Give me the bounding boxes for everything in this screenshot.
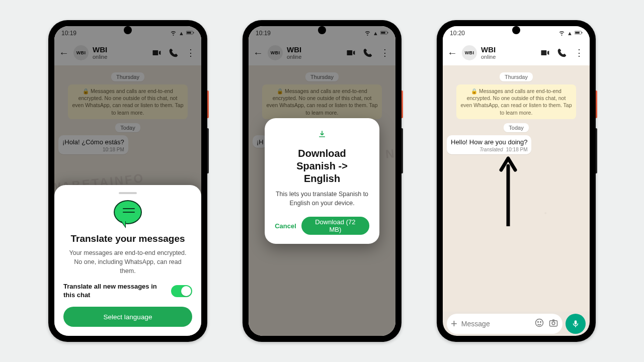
wifi-icon <box>364 30 371 37</box>
message-input-bar: + Message <box>443 312 590 336</box>
signal-icon: ▲ <box>179 30 184 36</box>
select-language-button[interactable]: Select language <box>63 307 192 327</box>
message-bubble[interactable]: ¡Hola! ¿Cómo estás? 10:18 PM <box>58 135 128 154</box>
date-chip-today: Today <box>504 123 528 132</box>
svg-rect-8 <box>582 32 582 33</box>
chat-app-bar: ← WBI WBI online ⋮ <box>249 40 395 65</box>
message-input[interactable]: + Message <box>447 314 562 334</box>
chat-app-bar: ← WBI WBI online ⋮ <box>443 40 590 65</box>
screen-1: 10:19 ▲ ← WBI WBI online <box>54 26 201 336</box>
toggle-switch[interactable] <box>171 285 192 297</box>
message-bubble-translated[interactable]: Hello! How are you doing? Translated 10:… <box>447 135 531 154</box>
status-bar: 10:20 ▲ <box>443 26 590 40</box>
status-icons: ▲ <box>364 30 388 37</box>
svg-rect-5 <box>387 32 388 33</box>
camera-icon[interactable] <box>548 318 558 330</box>
mic-button[interactable] <box>566 314 586 334</box>
date-chip-today: Today <box>115 123 140 132</box>
chat-bubble-icon <box>114 200 142 228</box>
toggle-label: Translate all new messages in this chat <box>63 283 165 300</box>
message-time: 10:18 PM <box>103 147 124 152</box>
chat-title-block[interactable]: WBI online <box>93 46 146 60</box>
chat-title: WBI <box>287 46 340 54</box>
voice-call-icon[interactable] <box>167 46 180 59</box>
chat-status: online <box>287 54 340 60</box>
chat-body[interactable]: Thursday 🔒 Messages and calls are end-to… <box>443 65 590 312</box>
svg-rect-0 <box>186 31 193 34</box>
battery-icon <box>575 30 583 36</box>
message-time: 10:18 PM <box>506 147 528 152</box>
download-language-dialog: Download Spanish -> English This lets yo… <box>265 118 379 244</box>
phone-mock-3: 10:20 ▲ ← WBI WBI online ⋮ Thursday 🔒 Me… <box>437 20 596 342</box>
voice-call-icon[interactable] <box>555 46 569 59</box>
sheet-title: Translate your messages <box>63 233 192 244</box>
status-bar: 10:19 ▲ <box>54 26 201 40</box>
camera-notch <box>124 26 132 34</box>
more-icon[interactable]: ⋮ <box>184 46 197 59</box>
svg-rect-1 <box>187 32 191 34</box>
wifi-icon <box>170 30 177 37</box>
phone-mock-2: 10:19 ▲ ← WBI WBI online ⋮ Thursday 🔒 Me… <box>243 20 401 342</box>
dialog-title: Download Spanish -> English <box>275 147 369 185</box>
download-button[interactable]: Download (72 MB) <box>301 217 369 235</box>
screen-3: 10:20 ▲ ← WBI WBI online ⋮ Thursday 🔒 Me… <box>443 26 590 336</box>
svg-rect-3 <box>380 31 387 34</box>
encryption-notice[interactable]: 🔒 Messages and calls are end-to-end encr… <box>262 84 381 119</box>
message-placeholder: Message <box>461 320 530 328</box>
dialog-description: This lets you translate Spanish to Engli… <box>275 190 369 208</box>
back-icon[interactable]: ← <box>58 47 69 58</box>
avatar[interactable]: WBI <box>73 45 89 60</box>
status-icons: ▲ <box>558 30 583 37</box>
translated-tag: Translated <box>479 147 503 152</box>
wifi-icon <box>558 30 565 37</box>
message-text: Hello! How are you doing? <box>451 138 527 146</box>
status-icons: ▲ <box>170 30 194 37</box>
date-chip: Thursday <box>111 72 144 81</box>
avatar[interactable]: WBI <box>462 45 477 60</box>
camera-notch <box>512 26 520 34</box>
svg-rect-7 <box>575 32 580 34</box>
chat-title-block[interactable]: WBI online <box>287 46 340 60</box>
encryption-notice[interactable]: 🔒 Messages and calls are end-to-end encr… <box>68 84 187 119</box>
voice-call-icon[interactable] <box>361 46 374 59</box>
status-time: 10:19 <box>256 30 271 37</box>
video-call-icon[interactable] <box>344 46 357 59</box>
video-call-icon[interactable] <box>150 46 163 59</box>
watermark: NFO <box>385 144 395 161</box>
battery-icon <box>380 30 388 36</box>
signal-icon: ▲ <box>373 30 378 36</box>
phone-mock-1: 10:19 ▲ ← WBI WBI online <box>48 20 207 342</box>
avatar[interactable]: WBI <box>268 45 283 60</box>
svg-point-10 <box>538 322 539 323</box>
more-icon[interactable]: ⋮ <box>378 46 391 59</box>
back-icon[interactable]: ← <box>447 47 458 58</box>
chat-status: online <box>93 54 146 60</box>
cancel-button[interactable]: Cancel <box>275 222 296 230</box>
date-chip: Thursday <box>305 72 339 81</box>
sheet-description: Your messages are end-to-end encrypted. … <box>66 248 189 276</box>
sheet-handle[interactable] <box>119 192 137 194</box>
chat-title: WBI <box>481 46 534 54</box>
attach-icon[interactable]: + <box>451 317 457 330</box>
video-call-icon[interactable] <box>538 46 551 59</box>
more-icon[interactable]: ⋮ <box>573 46 586 59</box>
download-icon <box>275 129 369 141</box>
encryption-notice[interactable]: 🔒 Messages and calls are end-to-end encr… <box>456 84 576 119</box>
battery-icon <box>186 30 194 36</box>
svg-rect-4 <box>381 32 385 34</box>
svg-point-11 <box>540 322 541 323</box>
back-icon[interactable]: ← <box>253 47 264 58</box>
message-text: ¡Hola! ¿Cómo estás? <box>62 138 124 146</box>
status-bar: 10:19 ▲ <box>249 26 395 40</box>
svg-point-9 <box>536 319 543 327</box>
svg-point-13 <box>552 322 555 325</box>
emoji-icon[interactable] <box>534 318 544 330</box>
translate-all-toggle-row: Translate all new messages in this chat <box>63 283 192 300</box>
message-text: ¡H <box>257 138 264 146</box>
chat-app-bar: ← WBI WBI online ⋮ <box>54 40 201 65</box>
chat-title-block[interactable]: WBI online <box>481 46 534 60</box>
signal-icon: ▲ <box>567 30 573 36</box>
translate-bottom-sheet: Translate your messages Your messages ar… <box>54 185 201 336</box>
date-chip: Thursday <box>500 72 533 81</box>
chat-title: WBI <box>93 46 146 54</box>
